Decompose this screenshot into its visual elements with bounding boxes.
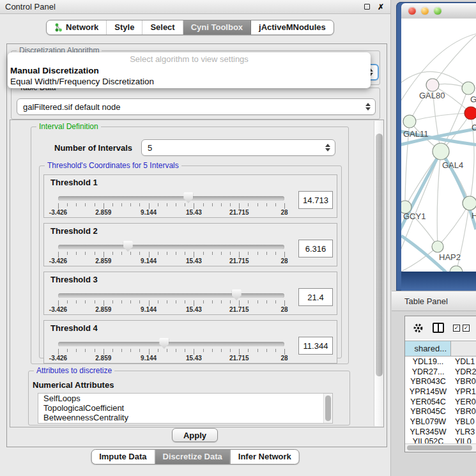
node-label: HAP2 [439, 252, 461, 262]
threshold-label: Threshold 1 [50, 178, 98, 187]
tab-cyni-toolbox[interactable]: Cyni Toolbox [183, 20, 251, 35]
scrollbar-thumb[interactable] [376, 134, 383, 376]
threshold-value-field[interactable]: 21.4 [298, 288, 333, 306]
network-graph [401, 19, 476, 272]
settings-vertical-scrollbar[interactable] [374, 121, 383, 426]
tab-network[interactable]: Network [47, 20, 107, 35]
attribute-list-item[interactable]: BetweennessCentrality [38, 413, 332, 422]
table-row[interactable]: YDL19...YDL1 [405, 357, 476, 367]
cell-name[interactable]: YBR0 [451, 376, 476, 387]
slider-thumb[interactable] [183, 192, 193, 203]
zoom-traffic-light-icon[interactable] [434, 7, 441, 15]
dropdown-item[interactable]: Manual Discretization [8, 65, 371, 76]
threshold-panel: Threshold 1-3.4262.8599.14415.4321.71528… [43, 174, 337, 218]
apply-button[interactable]: Apply [172, 428, 218, 442]
tab-infer-network[interactable]: Infer Network [231, 450, 299, 464]
gear-icon[interactable] [413, 323, 424, 334]
close-traffic-light-icon[interactable] [408, 7, 416, 15]
table-data-combobox[interactable]: galFiltered.sif default node [17, 98, 376, 115]
threshold-slider[interactable] [58, 342, 284, 346]
cell-name[interactable]: YPR1 [451, 387, 476, 397]
network-window-titlebar[interactable] [401, 3, 476, 19]
table-row[interactable]: YLR345WYLR3 [405, 427, 476, 437]
cell-shared-name[interactable]: YDL19... [405, 357, 451, 367]
thresholds-group: Threshold's Coordinates for 5 Intervals … [39, 165, 342, 358]
attribute-list-item[interactable]: SelfLoops [38, 394, 332, 403]
threshold-value-field[interactable]: 14.713 [298, 191, 333, 209]
threshold-value-field[interactable]: 6.316 [298, 240, 333, 257]
network-canvas[interactable]: GAL80GCGAL11GAL4GCY1HHAP2 [401, 19, 476, 272]
network-node[interactable] [450, 266, 463, 272]
cyni-mode-tab-bar: Impute DataDiscretize DataInfer Network [91, 449, 300, 464]
tab-select[interactable]: Select [142, 20, 183, 35]
cell-shared-name[interactable]: YBR043C [405, 376, 451, 387]
cell-name[interactable]: YDR2 [451, 367, 476, 377]
close-icon[interactable]: ✗ [378, 3, 384, 12]
split-column-icon[interactable] [433, 323, 444, 333]
threshold-slider[interactable] [58, 196, 284, 201]
tab-style[interactable]: Style [107, 20, 142, 35]
table-row[interactable]: YBR043CYBR0 [405, 376, 476, 387]
network-node-gal11[interactable] [403, 115, 416, 128]
number-of-intervals-combobox[interactable]: 5 [141, 139, 335, 156]
tab-label: jActiveMNodules [259, 22, 326, 32]
select-columns-icon[interactable]: ✓ ✓ [453, 325, 470, 332]
float-window-icon[interactable] [364, 4, 370, 10]
cell-name[interactable]: YBR0 [451, 406, 476, 417]
table-row[interactable]: YBL079WYBL0 [405, 417, 476, 427]
network-edge [433, 35, 476, 85]
minimize-traffic-light-icon[interactable] [421, 7, 429, 15]
number-of-intervals-value: 5 [148, 143, 152, 153]
network-node-g[interactable] [462, 82, 475, 95]
cell-shared-name[interactable]: YBL079W [405, 417, 451, 427]
table-horizontal-scrollbar[interactable] [405, 443, 476, 452]
table-row[interactable]: YDR27...YDR2 [405, 367, 476, 377]
dropdown-prompt-item[interactable]: Select algorithm to view settings [8, 54, 371, 65]
cell-name[interactable]: YDL1 [451, 357, 476, 367]
network-node-gal80[interactable] [426, 79, 439, 91]
slider-ticks [58, 349, 284, 355]
tab-jactivemnodules[interactable]: jActiveMNodules [251, 20, 334, 35]
table-panel-body: ✓ ✓ shared... na YDL19...YDL1YDR27...YDR… [404, 316, 476, 452]
tab-label: Select [150, 22, 174, 32]
column-header-shared-name[interactable]: shared... [405, 341, 451, 356]
cell-shared-name[interactable]: YPR145W [405, 387, 451, 397]
network-node-gal4[interactable] [433, 143, 449, 160]
network-node-h[interactable] [463, 196, 476, 210]
cell-shared-name[interactable]: YER054C [405, 397, 451, 407]
slider-thumb[interactable] [159, 338, 169, 349]
cyni-toolbox-panel: Discretization Algorithm Table Data galF… [6, 43, 387, 447]
cell-name[interactable]: YLR3 [451, 427, 476, 437]
cell-shared-name[interactable]: YLR345W [405, 427, 451, 437]
attribute-list-item[interactable]: TopologicalCoefficient [38, 403, 332, 413]
attributes-scrollbar[interactable] [323, 394, 332, 423]
table-row[interactable]: YER054CYER0 [405, 397, 476, 407]
threshold-slider[interactable] [58, 293, 284, 298]
cell-name[interactable]: YBL0 [451, 417, 476, 427]
threshold-slider[interactable] [58, 245, 284, 249]
tab-discretize-data[interactable]: Discretize Data [155, 450, 231, 464]
numerical-attributes-list[interactable]: SelfLoopsTopologicalCoefficientBetweenne… [38, 393, 333, 424]
number-of-intervals-label: Number of Intervals [54, 143, 132, 153]
threshold-value-field[interactable]: 11.344 [298, 337, 333, 355]
tab-impute-data[interactable]: Impute Data [91, 450, 155, 464]
network-icon [54, 23, 63, 32]
network-node-hap2[interactable] [432, 241, 443, 252]
scrollbar-thumb[interactable] [407, 445, 472, 450]
cell-name[interactable]: YER0 [451, 397, 476, 407]
table-row[interactable]: YPR145WYPR1 [405, 387, 476, 397]
column-header-name[interactable]: na [451, 341, 476, 356]
node-label: GAL4 [442, 160, 463, 170]
attributes-group: Attributes to discretize Numerical Attri… [28, 371, 350, 426]
slider-thumb[interactable] [232, 289, 242, 300]
table-row[interactable]: YBR045CYBR0 [405, 406, 476, 417]
cell-shared-name[interactable]: YDR27... [405, 367, 451, 377]
settings-scrollpane: Interval Definition Number of Intervals … [10, 119, 384, 427]
slider-thumb[interactable] [123, 241, 133, 252]
cell-shared-name[interactable]: YBR045C [405, 406, 451, 417]
slider-tick-labels: -3.4262.8599.14415.4321.71528 [58, 209, 284, 217]
scrollbar-thumb[interactable] [325, 395, 331, 421]
dropdown-item[interactable]: Equal Width/Frequency Discretization [8, 76, 371, 87]
slider-tick-labels: -3.4262.8599.14415.4321.71528 [58, 355, 284, 362]
network-node-c[interactable] [464, 107, 476, 119]
